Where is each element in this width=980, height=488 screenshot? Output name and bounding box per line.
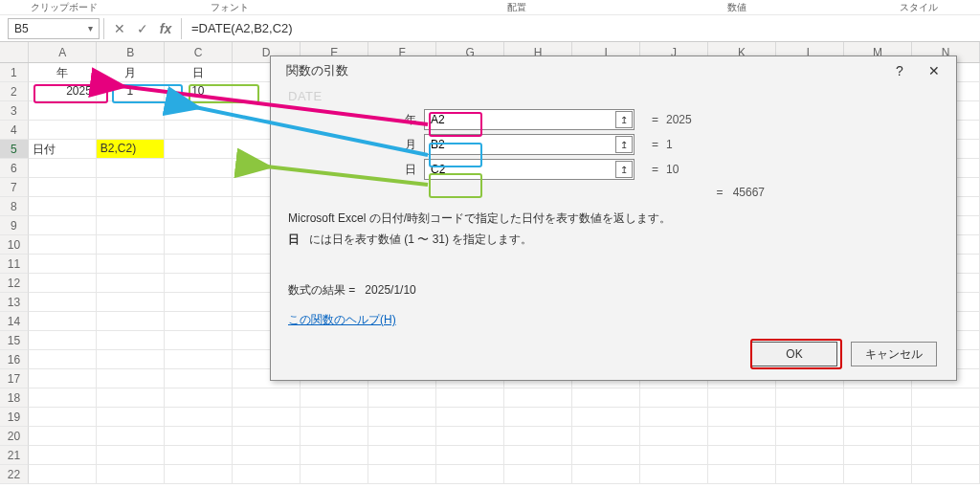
cell-A5[interactable]: 日付 xyxy=(29,140,97,159)
cell-N21[interactable] xyxy=(912,446,980,465)
row-header-7[interactable]: 7 xyxy=(0,178,29,197)
cell-L19[interactable] xyxy=(776,408,844,427)
cell-G19[interactable] xyxy=(436,408,504,427)
cell-H21[interactable] xyxy=(504,446,572,465)
cell-M18[interactable] xyxy=(844,388,912,408)
cell-J18[interactable] xyxy=(640,388,708,408)
cell-C10[interactable] xyxy=(165,235,233,255)
cell-N20[interactable] xyxy=(912,427,980,446)
row-header-20[interactable]: 20 xyxy=(0,427,29,446)
row-header-10[interactable]: 10 xyxy=(0,235,29,255)
cell-C2[interactable]: 10 xyxy=(165,82,233,101)
cell-A1[interactable]: 年 xyxy=(29,63,97,82)
cell-C22[interactable] xyxy=(165,465,233,484)
cell-A14[interactable] xyxy=(29,312,97,331)
cell-A13[interactable] xyxy=(29,293,97,312)
select-all-corner[interactable] xyxy=(0,42,29,62)
row-header-4[interactable]: 4 xyxy=(0,121,29,140)
row-header-19[interactable]: 19 xyxy=(0,408,29,427)
cell-I19[interactable] xyxy=(572,408,640,427)
row-header-11[interactable]: 11 xyxy=(0,255,29,274)
chevron-down-icon[interactable]: ▾ xyxy=(88,23,93,33)
cell-E19[interactable] xyxy=(301,408,368,427)
help-button[interactable]: ? xyxy=(883,58,916,83)
cell-J19[interactable] xyxy=(640,408,708,427)
cell-B10[interactable] xyxy=(97,235,165,255)
cell-C18[interactable] xyxy=(165,388,233,408)
cell-D21[interactable] xyxy=(233,446,301,465)
cell-A4[interactable] xyxy=(29,121,97,140)
cell-A10[interactable] xyxy=(29,235,97,255)
arg-input-1[interactable] xyxy=(424,134,635,155)
row-header-3[interactable]: 3 xyxy=(0,101,29,121)
collapse-icon[interactable]: ↥ xyxy=(615,111,633,128)
cell-M21[interactable] xyxy=(844,446,912,465)
cell-C12[interactable] xyxy=(165,274,233,293)
row-header-1[interactable]: 1 xyxy=(0,63,29,82)
col-header-B[interactable]: B xyxy=(97,42,165,62)
cell-B15[interactable] xyxy=(97,331,165,350)
collapse-icon[interactable]: ↥ xyxy=(615,161,633,178)
cell-C14[interactable] xyxy=(165,312,233,331)
cell-C3[interactable] xyxy=(165,101,233,121)
cell-C4[interactable] xyxy=(165,121,233,140)
row-header-6[interactable]: 6 xyxy=(0,159,29,178)
cell-D18[interactable] xyxy=(233,388,301,408)
cell-B5[interactable]: B2,C2) xyxy=(97,140,165,159)
col-header-A[interactable]: A xyxy=(29,42,97,62)
cell-J22[interactable] xyxy=(640,465,708,484)
cell-L22[interactable] xyxy=(776,465,844,484)
cell-B8[interactable] xyxy=(97,197,165,216)
cell-G22[interactable] xyxy=(436,465,504,484)
row-header-8[interactable]: 8 xyxy=(0,197,29,216)
cell-I18[interactable] xyxy=(572,388,640,408)
cell-C9[interactable] xyxy=(165,216,233,235)
cell-B21[interactable] xyxy=(97,446,165,465)
cell-A2[interactable]: 2025 xyxy=(29,82,97,101)
row-header-15[interactable]: 15 xyxy=(0,331,29,350)
formula-input[interactable]: =DATE(A2,B2,C2) xyxy=(191,21,293,35)
row-header-21[interactable]: 21 xyxy=(0,446,29,465)
cell-H19[interactable] xyxy=(504,408,572,427)
cell-A18[interactable] xyxy=(29,388,97,408)
cell-F19[interactable] xyxy=(368,408,436,427)
cell-C21[interactable] xyxy=(165,446,233,465)
cell-B2[interactable]: 1 xyxy=(97,82,165,101)
row-header-2[interactable]: 2 xyxy=(0,82,29,101)
ok-button[interactable]: OK xyxy=(751,342,837,366)
cell-J20[interactable] xyxy=(640,427,708,446)
cell-A16[interactable] xyxy=(29,350,97,369)
cell-B18[interactable] xyxy=(97,388,165,408)
cell-C7[interactable] xyxy=(165,178,233,197)
cell-L20[interactable] xyxy=(776,427,844,446)
cell-K20[interactable] xyxy=(708,427,776,446)
cell-L21[interactable] xyxy=(776,446,844,465)
arg-input-0[interactable] xyxy=(424,109,635,130)
enter-formula-button[interactable]: ✓ xyxy=(131,21,154,36)
cell-K22[interactable] xyxy=(708,465,776,484)
cell-E22[interactable] xyxy=(301,465,368,484)
cell-A8[interactable] xyxy=(29,197,97,216)
cell-B9[interactable] xyxy=(97,216,165,235)
cell-A12[interactable] xyxy=(29,274,97,293)
function-help-link[interactable]: この関数のヘルプ(H) xyxy=(288,312,396,328)
cell-A3[interactable] xyxy=(29,101,97,121)
cell-A20[interactable] xyxy=(29,427,97,446)
cell-C8[interactable] xyxy=(165,197,233,216)
row-header-12[interactable]: 12 xyxy=(0,274,29,293)
cancel-button[interactable]: キャンセル xyxy=(851,342,937,366)
cell-B11[interactable] xyxy=(97,255,165,274)
cell-I20[interactable] xyxy=(572,427,640,446)
cell-B13[interactable] xyxy=(97,293,165,312)
cell-C11[interactable] xyxy=(165,255,233,274)
cell-A15[interactable] xyxy=(29,331,97,350)
cell-A6[interactable] xyxy=(29,159,97,178)
cell-I21[interactable] xyxy=(572,446,640,465)
cell-H18[interactable] xyxy=(504,388,572,408)
cell-H20[interactable] xyxy=(504,427,572,446)
cell-E20[interactable] xyxy=(301,427,368,446)
cell-L18[interactable] xyxy=(776,388,844,408)
cell-F18[interactable] xyxy=(368,388,436,408)
cell-A11[interactable] xyxy=(29,255,97,274)
cell-A17[interactable] xyxy=(29,369,97,388)
